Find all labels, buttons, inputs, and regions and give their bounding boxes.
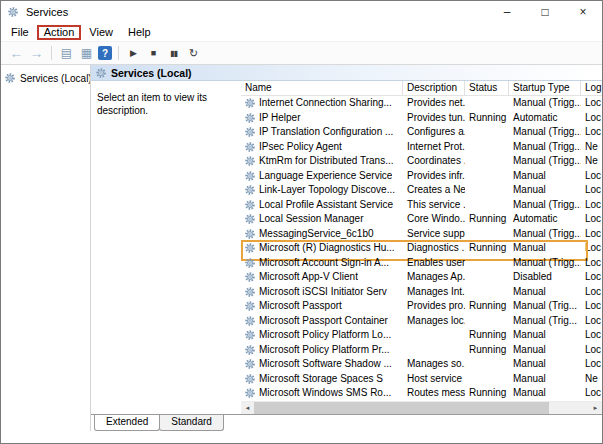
service-logon-as: Loc	[581, 241, 602, 256]
description-prompt: Select an item to view its description.	[97, 92, 207, 116]
service-gear-icon	[244, 329, 256, 341]
menu-item-help[interactable]: Help	[121, 25, 158, 40]
service-name-cell: Microsoft Account Sign-in A...	[241, 256, 403, 271]
service-startup-type: Manual	[509, 372, 581, 387]
service-startup-type: Manual (Trigg...	[509, 198, 581, 213]
horizontal-scrollbar[interactable]: ◄ ►	[241, 401, 602, 414]
service-description: Provides tun...	[403, 111, 465, 126]
menu-item-action[interactable]: Action	[37, 25, 82, 40]
start-service-icon[interactable]: ▶	[125, 45, 142, 62]
service-gear-icon	[244, 242, 256, 254]
toolbar-separator	[51, 46, 52, 60]
restart-service-icon[interactable]: ↻	[185, 45, 202, 62]
service-gear-icon	[244, 300, 256, 312]
maximize-button[interactable]: □	[526, 1, 564, 23]
menu-item-view[interactable]: View	[82, 25, 120, 40]
service-row[interactable]: Microsoft Policy Platform Pr...RunningMa…	[241, 343, 602, 358]
column-header-startup-type[interactable]: Startup Type	[509, 81, 581, 95]
service-row[interactable]: Link-Layer Topology Discove...Creates a …	[241, 183, 602, 198]
service-row[interactable]: Microsoft Policy Platform Lo...RunningMa…	[241, 328, 602, 343]
service-name-cell: Microsoft Policy Platform Pr...	[241, 343, 403, 358]
service-startup-type: Manual	[509, 357, 581, 372]
service-status	[465, 314, 509, 329]
service-status	[465, 357, 509, 372]
service-row[interactable]: Local Profile Assistant ServiceThis serv…	[241, 198, 602, 213]
service-description: Core Windo...	[403, 212, 465, 227]
help-icon[interactable]: ?	[98, 46, 112, 60]
service-row[interactable]: Microsoft Windows SMS Ro...Routes mess..…	[241, 386, 602, 401]
service-logon-as: Loc	[581, 198, 602, 213]
service-name: Microsoft Account Sign-in A...	[259, 256, 389, 271]
service-name-cell: Local Profile Assistant Service	[241, 198, 403, 213]
service-row[interactable]: Microsoft Software Shadow ...Manages so.…	[241, 357, 602, 372]
stop-service-icon[interactable]: ■	[145, 45, 162, 62]
service-row[interactable]: Local Session ManagerCore Windo...Runnin…	[241, 212, 602, 227]
menu-item-file[interactable]: File	[4, 25, 36, 40]
service-status: Running	[465, 328, 509, 343]
service-status	[465, 96, 509, 111]
window-controls: – □ ×	[488, 1, 602, 23]
main-content: Select an item to view its description. …	[91, 81, 602, 414]
service-logon-as: Loc	[581, 169, 602, 184]
service-row[interactable]: Microsoft Account Sign-in A...Enables us…	[241, 256, 602, 271]
service-description: Manages Int...	[403, 285, 465, 300]
service-row[interactable]: Microsoft PassportProvides pro...Running…	[241, 299, 602, 314]
back-icon[interactable]: ←	[8, 45, 25, 62]
titlebar[interactable]: Services – □ ×	[1, 1, 602, 23]
service-logon-as: Loc	[581, 299, 602, 314]
tab-extended[interactable]: Extended	[94, 415, 160, 431]
service-status: Running	[465, 299, 509, 314]
show-console-tree-icon[interactable]: ▤	[58, 45, 75, 62]
service-row[interactable]: KtmRm for Distributed Trans...Coordinate…	[241, 154, 602, 169]
column-header-description[interactable]: Description	[403, 81, 465, 95]
service-name: Microsoft Storage Spaces S	[259, 372, 383, 387]
list-body: Internet Connection Sharing...Provides n…	[241, 96, 602, 401]
service-row[interactable]: Microsoft iSCSI Initiator ServManages In…	[241, 285, 602, 300]
service-row[interactable]: IP Translation Configuration ...Configur…	[241, 125, 602, 140]
scroll-left-icon[interactable]: ◄	[241, 402, 254, 414]
column-header-log-on-as[interactable]: Log On As	[581, 81, 602, 95]
services-list-pane: NameDescriptionStatusStartup TypeLog On …	[241, 81, 602, 414]
tree-item-services-local[interactable]: Services (Local)	[1, 70, 90, 86]
service-startup-type: Manual	[509, 343, 581, 358]
service-startup-type: Manual (Trigg...	[509, 227, 581, 242]
pause-service-icon[interactable]: ▮▮	[165, 45, 182, 62]
service-description: Creates a Ne...	[403, 183, 465, 198]
service-status	[465, 140, 509, 155]
service-gear-icon	[244, 213, 256, 225]
tab-standard[interactable]: Standard	[159, 415, 224, 431]
service-row[interactable]: IP HelperProvides tun...RunningAutomatic…	[241, 111, 602, 126]
service-row[interactable]: Microsoft (R) Diagnostics Hu...Diagnosti…	[241, 241, 602, 256]
service-description: Host service ...	[403, 372, 465, 387]
close-button[interactable]: ×	[564, 1, 602, 23]
column-header-status[interactable]: Status	[465, 81, 509, 95]
service-row[interactable]: Internet Connection Sharing...Provides n…	[241, 96, 602, 111]
service-description	[403, 343, 465, 358]
service-status	[465, 198, 509, 213]
forward-icon[interactable]: →	[28, 45, 45, 62]
service-name-cell: Microsoft Passport	[241, 299, 403, 314]
scroll-thumb[interactable]	[254, 402, 549, 414]
service-name: Microsoft (R) Diagnostics Hu...	[259, 241, 395, 256]
window-title: Services	[26, 6, 68, 18]
service-logon-as: Loc	[581, 96, 602, 111]
service-row[interactable]: MessagingService_6c1b0Service supp...Man…	[241, 227, 602, 242]
scroll-track[interactable]	[254, 402, 589, 414]
column-header-name[interactable]: Name	[241, 81, 403, 95]
service-name: KtmRm for Distributed Trans...	[259, 154, 393, 169]
service-name-cell: Microsoft (R) Diagnostics Hu...	[241, 241, 403, 256]
service-row[interactable]: IPsec Policy AgentInternet Prot...Manual…	[241, 140, 602, 155]
scroll-right-icon[interactable]: ►	[589, 402, 602, 414]
service-row[interactable]: Microsoft App-V ClientManages Ap...Disab…	[241, 270, 602, 285]
minimize-button[interactable]: –	[488, 1, 526, 23]
export-list-icon[interactable]: ▦	[78, 45, 95, 62]
service-row[interactable]: Microsoft Storage Spaces SHost service .…	[241, 372, 602, 387]
service-name: Link-Layer Topology Discove...	[259, 183, 395, 198]
service-row[interactable]: Microsoft Passport ContainerManages loc.…	[241, 314, 602, 329]
service-description: Configures a...	[403, 125, 465, 140]
service-name-cell: MessagingService_6c1b0	[241, 227, 403, 242]
service-name-cell: IP Helper	[241, 111, 403, 126]
service-name-cell: IP Translation Configuration ...	[241, 125, 403, 140]
tab-strip: ExtendedStandard	[91, 414, 602, 431]
service-row[interactable]: Language Experience ServiceProvides infr…	[241, 169, 602, 184]
